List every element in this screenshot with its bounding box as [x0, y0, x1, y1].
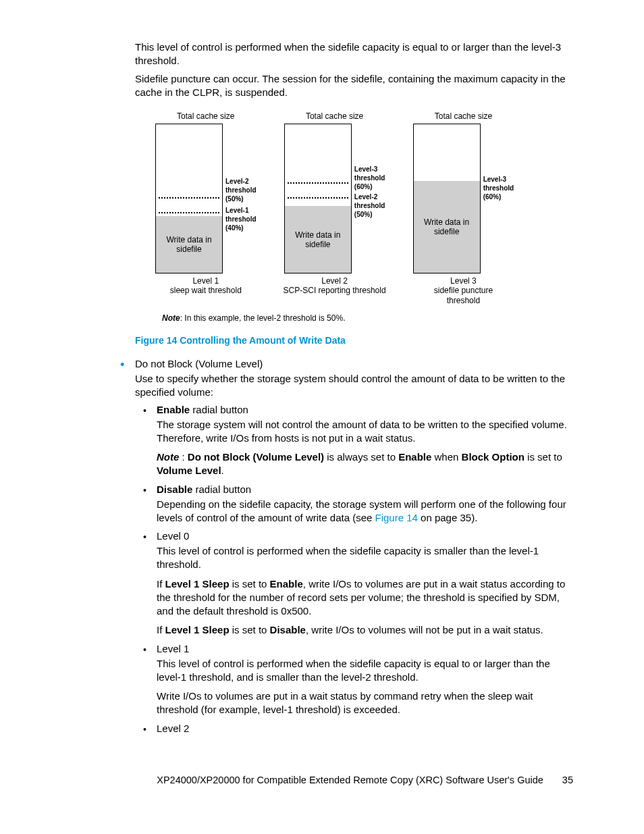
fig1-caption-b: sleep wait threshold: [170, 286, 242, 295]
sub-level1-p1: This level of control is performed when …: [157, 657, 573, 685]
figure-14-link[interactable]: Figure 14: [375, 512, 418, 523]
footer-title: XP24000/XP20000 for Compatible Extended …: [157, 775, 543, 785]
fig1-write-data: Write data in: [156, 235, 222, 244]
page-footer: XP24000/XP20000 for Compatible Extended …: [115, 775, 573, 785]
figure-14-title: Figure 14 Controlling the Amount of Writ…: [135, 335, 573, 346]
fig2-sidefile: sidefile: [285, 240, 351, 249]
bullet-do-not-block-desc: Use to specify whether the storage syste…: [135, 372, 573, 400]
sub-level0-p3: If Level 1 Sleep is set to Disable, writ…: [157, 623, 573, 637]
sub-level0-p2: If Level 1 Sleep is set to Enable, write…: [157, 577, 573, 619]
figure-14-diagram: Total cache size Write data in sidefile …: [155, 111, 573, 323]
sub-enable: Enable radial button: [135, 404, 573, 415]
sub-disable: Disable radial button: [135, 484, 573, 495]
fig1-total-cache-label: Total cache size: [177, 111, 234, 121]
fig3-write-data: Write data in: [414, 217, 480, 227]
figure-note: Note: In this example, the level-2 thres…: [162, 313, 573, 323]
sub-level1-p2: Write I/Os to volumes are put in a wait …: [157, 689, 573, 717]
fig2-caption-b: SCP-SCI reporting threshold: [284, 286, 386, 295]
fig3-caption-b: sidefile puncture: [434, 286, 493, 295]
sub-level0-p1: This level of control is performed when …: [157, 544, 573, 572]
fig3-caption-a: Level 3: [450, 276, 477, 286]
intro-para-1: This level of control is performed when …: [115, 41, 573, 68]
sub-disable-desc: Depending on the sidefile capacity, the …: [157, 498, 573, 525]
sub-enable-desc1: The storage system will not control the …: [157, 418, 573, 446]
fig1-caption-a: Level 1: [192, 276, 219, 286]
sub-level2: Level 2: [135, 723, 573, 734]
sub-enable-note: Note : Do not Block (Volume Level) is al…: [157, 450, 573, 478]
fig3-sidefile: sidefile: [414, 227, 480, 236]
fig2-caption-a: Level 2: [321, 276, 348, 286]
bullet-do-not-block: Do not Block (Volume Level) Use to speci…: [115, 358, 573, 734]
footer-page-number: 35: [562, 775, 573, 785]
fig2-write-data: Write data in: [285, 230, 351, 240]
intro-para-2: Sidefile puncture can occur. The session…: [115, 72, 573, 100]
sub-level0: Level 0: [135, 530, 573, 542]
fig3-caption-c: threshold: [447, 296, 480, 305]
sub-level1: Level 1: [135, 643, 573, 654]
fig1-sidefile: sidefile: [156, 244, 222, 254]
fig3-total-cache-label: Total cache size: [435, 111, 492, 121]
fig2-total-cache-label: Total cache size: [306, 111, 363, 121]
